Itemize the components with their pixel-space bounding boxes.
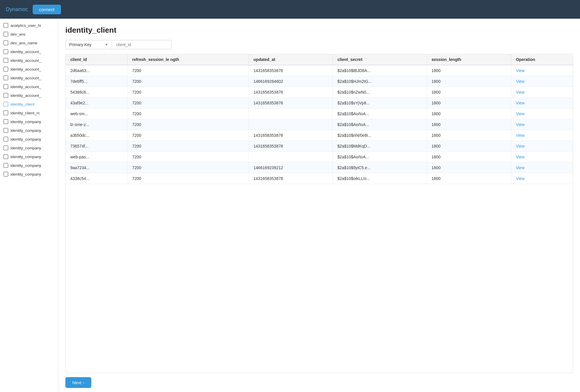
table-icon [4,137,8,141]
sidebar-item-identity_account_2[interactable]: identity_account_ [0,56,58,65]
data-table-wrapper[interactable]: client_idrefresh_session_le ngthupdated_… [65,54,573,373]
filter-value-input[interactable] [112,40,172,49]
cell-client_secret: $2a$10$MdKqD... [333,141,427,152]
cell-client_secret: $2a$10$9yiC5.e... [333,162,427,173]
cell-refresh_session_length: 7200 [127,152,249,162]
view-link[interactable]: View [516,165,525,170]
table-icon [4,119,8,124]
cell-session_length: 1800 [427,108,511,119]
sidebar-item-identity_company_1[interactable]: identity_company [0,117,58,126]
cell-operation: View [511,141,573,152]
col-header-client_secret: client_secret [333,54,427,65]
page-title: identity_client [65,26,573,35]
header-row: client_idrefresh_session_le ngthupdated_… [66,54,573,65]
cell-client_id: lz-sme-z... [66,119,127,130]
cell-session_length: 1800 [427,130,511,141]
sidebar-item-identity_company_2[interactable]: identity_company [0,126,58,135]
view-link[interactable]: View [516,176,525,181]
view-link[interactable]: View [516,68,525,73]
table-row: a3b50dc...72001431658353878$2a$10$nf4/0e… [66,130,573,141]
next-label: Next [72,380,81,385]
sidebar-item-label: identity_company [11,128,41,133]
filter-key-select[interactable]: Primary Key ▼ [65,40,112,49]
cell-session_length: 1800 [427,141,511,152]
cell-client_secret: $2a$10$sYjVp8... [333,98,427,108]
view-link[interactable]: View [516,101,525,105]
sidebar-item-identity_account_1[interactable]: identity_account_ [0,47,58,56]
sidebar-item-label: identity_client_rc [11,111,40,115]
sidebar-item-identity_company_6[interactable]: identity_company [0,161,58,170]
cell-client_secret: $2a$10$Ao/IoA... [333,152,427,162]
sidebar-item-label: dev_ans [11,32,25,36]
table-row: web-pas...7200$2a$10$Ao/IoA...1800View [66,152,573,162]
cell-refresh_session_length: 7200 [127,87,249,98]
cell-operation: View [511,162,573,173]
cell-session_length: 1800 [427,98,511,108]
col-header-refresh_session_length: refresh_session_le ngth [127,54,249,65]
sidebar-item-label: identity_account_ [11,67,41,71]
table-row: 736574f...72001431658353878$2a$10$MdKqD.… [66,141,573,152]
sidebar-item-identity_client[interactable]: identity_client [0,100,58,108]
cell-updated_at: 1431658353878 [249,65,333,76]
sidebar-item-label: identity_account_ [11,93,41,98]
table-header: client_idrefresh_session_le ngthupdated_… [66,54,573,65]
cell-operation: View [511,76,573,87]
col-header-updated_at: updated_at [249,54,333,65]
cell-client_secret: $2a$10$nf4/0e8i... [333,130,427,141]
view-link[interactable]: View [516,155,525,159]
sidebar-item-label: identity_account_ [11,76,41,80]
cell-client_secret: $2a$10$Ao/IoA... [333,119,427,130]
table-icon [4,154,8,159]
connect-button[interactable]: connect [33,5,61,14]
sidebar-item-identity_company_4[interactable]: identity_company [0,144,58,152]
sidebar-item-dev_ans_name[interactable]: dev_ans_name [0,38,58,47]
next-chevron-icon: › [83,380,84,385]
sidebar-item-label: identity_company [11,146,41,150]
logo[interactable]: Dynamoc [6,6,28,13]
table-body: 2d6aa63...72001431658353878$2a$10$tBJD8A… [66,65,573,184]
sidebar-item-label: identity_company [11,137,41,141]
view-link[interactable]: View [516,79,525,84]
sidebar-item-identity_client_rc[interactable]: identity_client_rc [0,108,58,117]
cell-updated_at: 1431658353878 [249,130,333,141]
sidebar-item-label: analytics_user_hi [11,23,41,28]
sidebar-item-identity_account_6[interactable]: identity_account_ [0,91,58,100]
view-link[interactable]: View [516,144,525,148]
filter-key-label: Primary Key [69,42,91,47]
cell-session_length: 1800 [427,65,511,76]
view-link[interactable]: View [516,122,525,127]
cell-refresh_session_length: 7200 [127,98,249,108]
sidebar-item-identity_account_4[interactable]: identity_account_ [0,74,58,82]
pagination-bar: Next › [65,373,573,392]
cell-operation: View [511,108,573,119]
cell-session_length: 1800 [427,152,511,162]
cell-client_id: web-sm... [66,108,127,119]
cell-updated_at [249,108,333,119]
sidebar-item-identity_company_3[interactable]: identity_company [0,135,58,144]
table-icon [4,58,8,63]
sidebar-item-dev_ans[interactable]: dev_ans [0,30,58,38]
cell-operation: View [511,119,573,130]
cell-refresh_session_length: 7200 [127,65,249,76]
sidebar-item-analytics_user_hi[interactable]: analytics_user_hi [0,21,58,30]
sidebar-item-identity_company_5[interactable]: identity_company [0,152,58,161]
table-icon [4,111,8,115]
view-link[interactable]: View [516,111,525,116]
table-row: 7de6ff5...72001466169284602$2a$10$HJm2tG… [66,76,573,87]
sidebar-item-label: identity_account_ [11,58,41,63]
sidebar-item-identity_company_7[interactable]: identity_company [0,170,58,178]
sidebar-item-identity_account_3[interactable]: identity_account_ [0,65,58,74]
table-icon [4,146,8,150]
view-link[interactable]: View [516,90,525,94]
cell-session_length: 1800 [427,162,511,173]
cell-operation: View [511,98,573,108]
sidebar-item-identity_account_5[interactable]: identity_account_ [0,82,58,91]
filter-bar: Primary Key ▼ [65,40,573,49]
next-button[interactable]: Next › [65,377,91,388]
cell-operation: View [511,152,573,162]
view-link[interactable]: View [516,133,525,138]
cell-client_id: 736574f... [66,141,127,152]
cell-refresh_session_length: 7200 [127,162,249,173]
cell-client_secret: $2a$10$nZwN0... [333,87,427,98]
cell-operation: View [511,87,573,98]
